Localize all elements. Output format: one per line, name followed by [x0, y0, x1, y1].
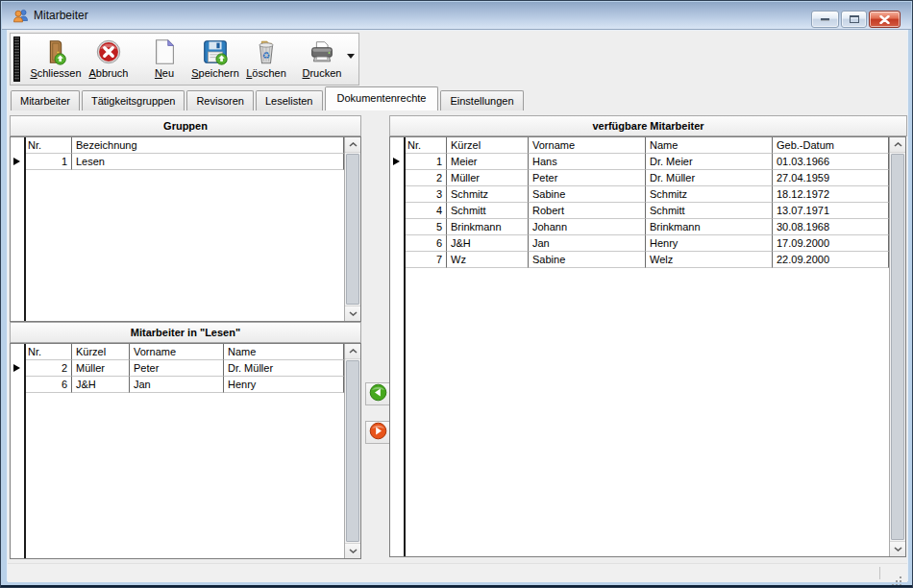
resize-grip[interactable] [892, 576, 894, 578]
close-button[interactable] [869, 11, 901, 28]
scrollbar-thumb[interactable] [891, 154, 904, 540]
cell-vorname: Jan [130, 377, 224, 393]
table-row[interactable]: 2 Müller Peter Dr. Müller [11, 360, 360, 377]
cell-vorname: Hans [529, 154, 646, 170]
mitglieder-table: Nr. Kürzel Vorname Name 2 Müller Peter D… [10, 343, 361, 559]
table-row[interactable]: 5 Brinkmann Johann Brinkmann 30.08.1968 [390, 219, 905, 235]
scroll-up-icon[interactable] [345, 344, 360, 359]
column-header: Nr. [24, 344, 72, 360]
scrollbar-thumb[interactable] [346, 154, 359, 305]
cell-kuerzel: Schmitz [447, 186, 529, 203]
loeschen-button[interactable]: ♻ Löschen [241, 36, 291, 85]
toolbar-grip-handle[interactable] [13, 37, 20, 82]
cell-name: Henry [224, 377, 344, 393]
column-header: Bezeichnung [72, 137, 344, 154]
green-left-arrow-icon [369, 383, 387, 405]
minimize-button[interactable] [811, 11, 839, 28]
cell-name: Dr. Müller [646, 170, 773, 186]
cell-kuerzel: Brinkmann [447, 219, 529, 235]
scroll-up-icon[interactable] [345, 137, 360, 153]
scroll-up-icon[interactable] [890, 137, 905, 153]
maximize-button[interactable] [841, 11, 867, 28]
tab-dokumentenrechte[interactable]: Dokumentenrechte [325, 86, 439, 110]
table-row[interactable]: 4 Schmitt Robert Schmitt 13.07.1971 [390, 203, 905, 219]
cell-nr: 7 [404, 252, 447, 268]
speichern-button[interactable]: Speichern [187, 36, 243, 85]
column-header: Name [224, 344, 344, 360]
minimize-icon [821, 18, 829, 21]
scroll-down-icon[interactable] [890, 541, 905, 556]
exit-door-icon [41, 36, 70, 66]
cell-nr: 5 [404, 219, 447, 235]
cell-geb-datum: 30.08.1968 [773, 219, 889, 235]
cell-vorname: Jan [529, 235, 646, 252]
column-header: Nr. [404, 137, 447, 154]
table-row[interactable]: 3 Schmitz Sabine Schmitz 18.12.1972 [390, 186, 905, 203]
mitglieder-scrollbar[interactable] [344, 344, 360, 558]
cell-name: Schmitz [646, 186, 773, 203]
scroll-down-icon[interactable] [345, 306, 360, 321]
remove-from-group-button[interactable] [365, 421, 390, 444]
column-header: Kürzel [72, 344, 130, 360]
speichern-label: Speichern [191, 66, 239, 80]
verfuegbar-scrollbar[interactable] [889, 137, 905, 556]
svg-text:♻: ♻ [262, 50, 270, 61]
cell-nr: 6 [24, 377, 72, 393]
cell-nr: 2 [24, 360, 72, 377]
client-area: Schliessen Abbruch [7, 30, 908, 581]
table-row[interactable]: 2 Müller Peter Dr. Müller 27.04.1959 [390, 170, 905, 186]
indicator-cell [390, 186, 404, 203]
indicator-cell [11, 154, 24, 170]
move-to-group-button[interactable] [365, 382, 390, 405]
abbruch-button[interactable]: Abbruch [86, 36, 132, 85]
indicator-header-cell [11, 137, 24, 154]
toolbar: Schliessen Abbruch [10, 33, 359, 86]
cell-geb-datum: 22.09.2000 [773, 252, 889, 268]
print-options-dropdown[interactable] [347, 59, 358, 68]
cell-vorname: Sabine [529, 252, 646, 268]
verfuegbar-header-row: Nr. Kürzel Vorname Name Geb.-Datum [390, 137, 905, 154]
drucken-button[interactable]: Drucken [295, 36, 349, 85]
indicator-cell [390, 203, 404, 219]
loeschen-label: Löschen [246, 66, 286, 80]
gruppen-panel-header: Gruppen [10, 115, 361, 136]
column-header: Vorname [130, 344, 224, 360]
table-row[interactable]: 6 J&H Jan Henry [11, 377, 360, 393]
cell-geb-datum: 13.07.1971 [773, 203, 889, 219]
cancel-icon [94, 36, 123, 66]
gruppen-scrollbar[interactable] [344, 137, 360, 321]
table-row[interactable]: 1 Lesen [11, 154, 360, 170]
verfuegbar-panel-header: verfügbare Mitarbeiter [389, 115, 907, 136]
tab-taetigkeitsgruppen[interactable]: Tätigkeitsgruppen [82, 90, 185, 110]
orange-right-arrow-icon [369, 422, 387, 444]
scroll-down-icon[interactable] [345, 543, 360, 558]
gruppen-header-row: Nr. Bezeichnung [11, 137, 360, 154]
table-row[interactable]: 7 Wz Sabine Welz 22.09.2000 [390, 252, 905, 268]
neu-button[interactable]: Neu [139, 36, 189, 85]
indicator-cell [11, 377, 24, 393]
cell-kuerzel: J&H [72, 377, 130, 393]
cell-vorname: Robert [529, 203, 646, 219]
titlebar[interactable]: Mitarbeiter [2, 2, 911, 30]
column-header: Geb.-Datum [773, 137, 889, 154]
tab-leselisten[interactable]: Leselisten [256, 90, 323, 110]
chevron-down-icon [347, 54, 355, 75]
tab-mitarbeiter[interactable]: Mitarbeiter [11, 90, 80, 110]
tab-einstellungen[interactable]: Einstellungen [440, 90, 523, 110]
cell-kuerzel: J&H [447, 235, 529, 252]
cell-name: Schmitt [646, 203, 773, 219]
cell-kuerzel: Wz [447, 252, 529, 268]
save-disk-icon [201, 36, 230, 66]
schliessen-button[interactable]: Schliessen [26, 36, 86, 85]
selected-row-pointer-icon [13, 364, 20, 372]
table-row[interactable]: 1 Meier Hans Dr. Meier 01.03.1966 [390, 154, 905, 170]
trash-icon: ♻ [252, 36, 281, 66]
maximize-icon [850, 15, 859, 23]
cell-nr: 1 [24, 154, 72, 170]
indicator-column-divider [24, 344, 26, 558]
window-bottom-edge [1, 585, 912, 587]
scrollbar-thumb[interactable] [346, 360, 359, 542]
tab-revisoren[interactable]: Revisoren [186, 90, 254, 110]
indicator-header-cell [11, 344, 24, 360]
table-row[interactable]: 6 J&H Jan Henry 17.09.2000 [390, 235, 905, 252]
